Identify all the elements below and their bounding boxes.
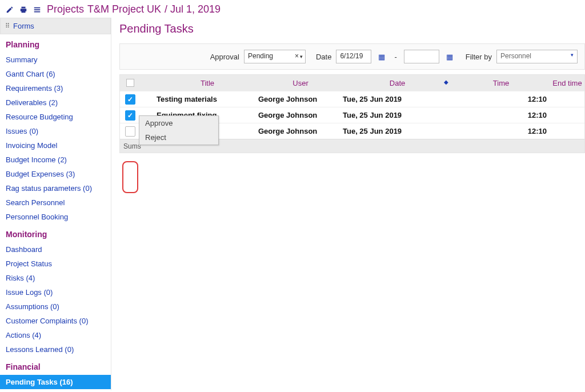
date-label: Date [316,53,331,61]
row-checkbox[interactable] [125,126,135,137]
filterby-select[interactable]: Personnel ▾ [496,50,578,63]
cell-date: Tue, 25 Jun 2019 [343,127,452,135]
breadcrumb-projects[interactable]: Projects [47,3,84,15]
filterby-label: Filter by [466,53,492,61]
calendar-icon[interactable]: ▦ [378,53,385,61]
col-time[interactable]: Time [452,79,550,87]
annotation-highlight [122,161,138,193]
table-row[interactable]: Testing materialsGeorge JohnsonTue, 25 J… [120,91,584,107]
col-date[interactable]: Date◆ [343,79,452,87]
sort-icon: ◆ [444,79,448,85]
cell-time: 12:10 [452,95,550,103]
cell-date: Tue, 25 Jun 2019 [343,111,452,119]
sidebar-item[interactable]: Actions (4) [0,328,111,342]
sidebar-item[interactable]: Gantt Chart (6) [0,67,111,81]
menu-icon[interactable] [33,6,41,14]
sidebar-item[interactable]: Invoicing Model [0,138,111,153]
context-approve[interactable]: Approve [139,116,218,130]
sidebar-item[interactable]: Pending Expenses (0) [0,389,111,392]
sidebar-item[interactable]: Project Status [0,257,111,271]
sidebar-item[interactable]: Deliverables (2) [0,95,111,110]
print-icon[interactable] [19,6,27,14]
sidebar-item[interactable]: Issues (0) [0,124,111,138]
sidebar-item[interactable]: Pending Tasks (16) [0,375,111,389]
sidebar-item[interactable]: Lessons Learned (0) [0,342,111,357]
calendar-icon[interactable]: ▦ [446,53,453,61]
sidebar-group-header: Monitoring [0,224,111,242]
cell-time: 12:10 [452,127,550,135]
date-dash: - [394,53,396,61]
table-header: Title User Date◆ Time End time [120,75,584,91]
edit-icon[interactable] [6,6,14,14]
sidebar-item[interactable]: Summary [0,53,111,67]
top-icons [6,6,41,14]
page-title: Pending Tasks [119,22,585,35]
sidebar-item[interactable]: Risks (4) [0,271,111,285]
breadcrumb: Projects T&M Project UK / Jul 1, 2019 [47,3,221,15]
sidebar: ⠿ Forms PlanningSummaryGantt Chart (6)Re… [0,18,111,390]
sidebar-item[interactable]: Dashboard [0,242,111,257]
select-all-checkbox[interactable] [126,79,134,87]
grid-icon: ⠿ [5,22,10,30]
row-checkbox[interactable] [125,110,135,121]
context-menu: Approve Reject [139,115,219,145]
sidebar-item[interactable]: Customer Complaints (0) [0,314,111,328]
col-user[interactable]: User [258,79,343,87]
sidebar-item[interactable]: Personnel Booking [0,210,111,224]
sidebar-item[interactable]: Budget Expenses (3) [0,167,111,181]
breadcrumb-project[interactable]: T&M Project UK [87,3,161,15]
sidebar-item[interactable]: Requirements (3) [0,81,111,95]
forms-label: Forms [13,22,34,30]
cell-user: George Johnson [258,95,343,103]
sidebar-item[interactable]: Budget Income (2) [0,153,111,167]
col-title[interactable]: Title [157,79,258,87]
breadcrumb-date: / Jul 1, 2019 [165,3,221,15]
approval-select[interactable]: Pending ×▾ [244,50,306,63]
approval-label: Approval [210,53,239,61]
date-from-input[interactable]: 6/12/19 [336,50,371,63]
sidebar-group-header: Financial [0,357,111,375]
sidebar-item[interactable]: Search Personnel [0,195,111,210]
cell-date: Tue, 25 Jun 2019 [343,95,452,103]
sidebar-group-header: Planning [0,34,111,53]
cell-user: George Johnson [258,111,343,119]
filters-bar: Approval Pending ×▾ Date 6/12/19 ▦ - ▦ F… [119,43,585,70]
row-checkbox[interactable] [125,94,135,105]
sidebar-item[interactable]: Rag status parameters (0) [0,181,111,195]
sidebar-item[interactable]: Assumptions (0) [0,299,111,314]
context-reject[interactable]: Reject [139,130,218,145]
forms-header[interactable]: ⠿ Forms [0,18,111,34]
top-bar: Projects T&M Project UK / Jul 1, 2019 [0,0,585,18]
main: Pending Tasks Approval Pending ×▾ Date 6… [111,18,585,390]
date-to-input[interactable] [404,50,439,63]
sidebar-item[interactable]: Resource Budgeting [0,110,111,124]
cell-user: George Johnson [258,127,343,135]
cell-title: Testing materials [157,95,258,103]
sidebar-item[interactable]: Issue Logs (0) [0,285,111,299]
cell-time: 12:10 [452,111,550,119]
col-endtime[interactable]: End time [550,79,584,87]
